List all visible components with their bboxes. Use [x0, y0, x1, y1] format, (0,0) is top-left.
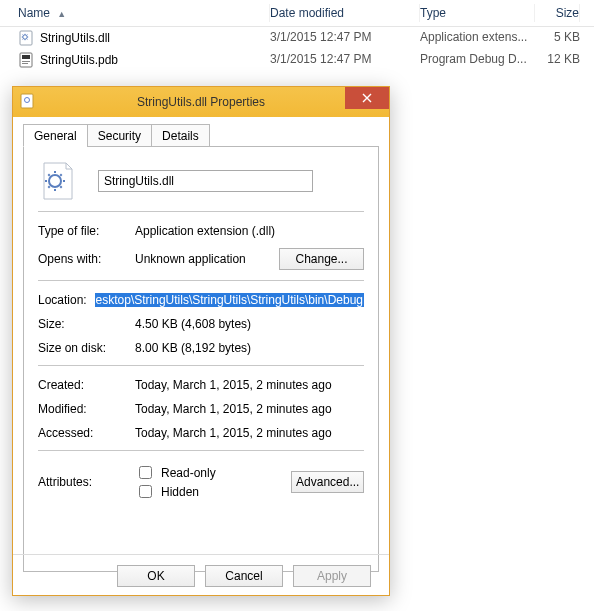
properties-dialog: StringUtils.dll Properties General Secur…: [12, 86, 390, 596]
label-size: Size:: [38, 317, 135, 331]
value-location[interactable]: esktop\StringUtils\StringUtils\StringUti…: [95, 293, 364, 307]
sort-asc-icon: ▲: [57, 9, 66, 19]
change-button[interactable]: Change...: [279, 248, 364, 270]
readonly-checkbox[interactable]: [139, 466, 152, 479]
value-size: 4.50 KB (4,608 bytes): [135, 317, 364, 331]
file-name: StringUtils.dll: [40, 31, 110, 45]
file-name: StringUtils.pdb: [40, 53, 118, 67]
file-date: 3/1/2015 12:47 PM: [270, 52, 420, 68]
column-header-name[interactable]: Name ▲: [0, 4, 270, 22]
file-row[interactable]: StringUtils.pdb 3/1/2015 12:47 PM Progra…: [0, 49, 594, 71]
tab-security[interactable]: Security: [87, 124, 152, 147]
svg-rect-3: [22, 55, 30, 59]
readonly-checkbox-wrap[interactable]: Read-only: [135, 463, 216, 482]
file-size: 12 KB: [535, 52, 580, 68]
dll-file-icon: [18, 30, 34, 46]
svg-rect-4: [22, 61, 30, 62]
hidden-checkbox-wrap[interactable]: Hidden: [135, 482, 199, 501]
label-type-of-file: Type of file:: [38, 224, 135, 238]
close-icon: [362, 93, 372, 103]
file-type: Application extens...: [420, 30, 535, 46]
readonly-label: Read-only: [161, 466, 216, 480]
value-opens-with: Unknown application: [135, 252, 246, 266]
value-modified: Today, March 1, 2015, 2 minutes ago: [135, 402, 364, 416]
tab-details[interactable]: Details: [151, 124, 210, 147]
value-type-of-file: Application extension (.dll): [135, 224, 364, 238]
label-opens-with: Opens with:: [38, 252, 135, 266]
close-button[interactable]: [345, 87, 389, 109]
value-size-on-disk: 8.00 KB (8,192 bytes): [135, 341, 364, 355]
file-date: 3/1/2015 12:47 PM: [270, 30, 420, 46]
value-accessed: Today, March 1, 2015, 2 minutes ago: [135, 426, 364, 440]
column-header-type[interactable]: Type: [420, 4, 535, 22]
value-created: Today, March 1, 2015, 2 minutes ago: [135, 378, 364, 392]
tab-strip: General Security Details: [23, 124, 379, 147]
hidden-label: Hidden: [161, 485, 199, 499]
label-location: Location:: [38, 293, 95, 307]
dialog-titlebar[interactable]: StringUtils.dll Properties: [13, 87, 389, 117]
dialog-title: StringUtils.dll Properties: [137, 95, 265, 109]
ok-button[interactable]: OK: [117, 565, 195, 587]
svg-rect-5: [22, 63, 28, 64]
label-size-on-disk: Size on disk:: [38, 341, 135, 355]
hidden-checkbox[interactable]: [139, 485, 152, 498]
apply-button[interactable]: Apply: [293, 565, 371, 587]
file-row[interactable]: StringUtils.dll 3/1/2015 12:47 PM Applic…: [0, 27, 594, 49]
separator: [38, 211, 364, 212]
file-size: 5 KB: [535, 30, 580, 46]
separator: [38, 280, 364, 281]
column-label: Name: [18, 6, 50, 20]
label-attributes: Attributes:: [38, 475, 135, 489]
tab-panel-general: Type of file: Application extension (.dl…: [23, 146, 379, 572]
label-modified: Modified:: [38, 402, 135, 416]
pdb-file-icon: [18, 52, 34, 68]
label-created: Created:: [38, 378, 135, 392]
column-header-date[interactable]: Date modified: [270, 4, 420, 22]
column-header-size[interactable]: Size: [535, 4, 580, 22]
filename-input[interactable]: [98, 170, 313, 192]
advanced-button[interactable]: Advanced...: [291, 471, 364, 493]
label-accessed: Accessed:: [38, 426, 135, 440]
explorer-column-header: Name ▲ Date modified Type Size: [0, 0, 594, 27]
file-large-icon: [38, 161, 78, 201]
tab-general[interactable]: General: [23, 124, 88, 147]
system-icon: [19, 93, 35, 109]
dialog-footer: OK Cancel Apply: [13, 554, 389, 587]
file-type: Program Debug D...: [420, 52, 535, 68]
separator: [38, 450, 364, 451]
svg-rect-0: [20, 31, 32, 45]
svg-rect-6: [21, 94, 33, 108]
separator: [38, 365, 364, 366]
cancel-button[interactable]: Cancel: [205, 565, 283, 587]
